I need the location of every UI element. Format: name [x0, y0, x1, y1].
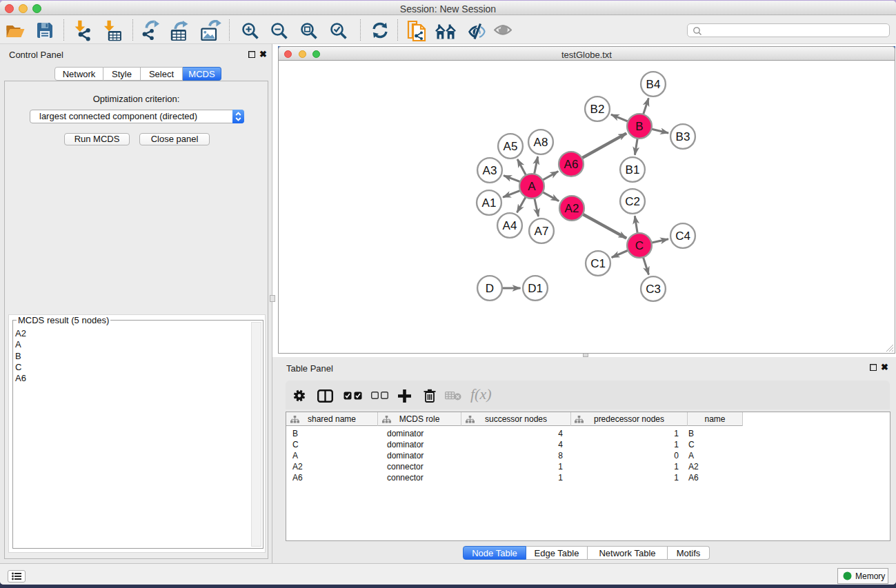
svg-text:D1: D1: [528, 282, 543, 295]
svg-text:B4: B4: [646, 78, 661, 91]
svg-text:A1: A1: [482, 196, 497, 210]
svg-text:B1: B1: [626, 163, 640, 176]
svg-text:C4: C4: [675, 230, 690, 243]
svg-text:A8: A8: [534, 136, 548, 149]
svg-text:A2: A2: [565, 202, 579, 215]
svg-text:C2: C2: [625, 195, 640, 208]
svg-text:A3: A3: [483, 164, 497, 177]
svg-text:C3: C3: [646, 283, 661, 296]
svg-text:A6: A6: [564, 158, 579, 171]
svg-text:A: A: [528, 180, 536, 193]
svg-text:B: B: [635, 120, 643, 133]
svg-text:B3: B3: [676, 130, 690, 143]
svg-text:C: C: [635, 239, 644, 252]
svg-text:D: D: [486, 282, 494, 295]
svg-text:A4: A4: [503, 219, 517, 232]
svg-text:B2: B2: [590, 103, 605, 116]
svg-text:A5: A5: [504, 140, 518, 153]
svg-text:C1: C1: [590, 257, 606, 270]
svg-text:A7: A7: [535, 225, 549, 238]
